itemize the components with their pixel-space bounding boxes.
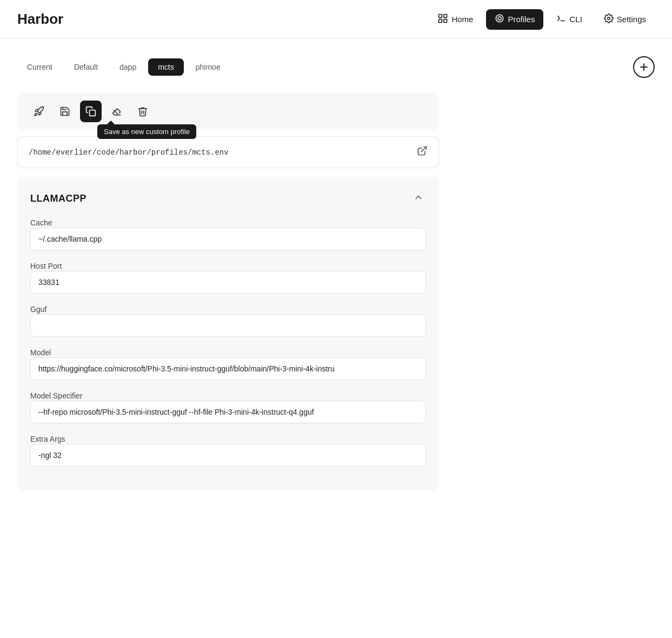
extra-args-label: Extra Args (30, 435, 65, 443)
copy-button[interactable] (80, 101, 102, 122)
nav-profiles-label: Profiles (508, 15, 535, 24)
model-label: Model (30, 348, 51, 357)
clear-button[interactable] (106, 101, 128, 122)
host-port-field: Host Port (30, 261, 426, 294)
profiles-icon (495, 14, 504, 25)
nav-cli-label: CLI (569, 15, 582, 24)
add-profile-button[interactable] (633, 56, 655, 78)
tab-dapp[interactable]: dapp (110, 58, 146, 76)
filepath-text: /home/everlier/code/harbor/profiles/mcts… (29, 148, 229, 157)
copy-tooltip: Save as new custom profile (97, 124, 196, 139)
nav-settings-label: Settings (617, 15, 646, 24)
tab-phimoe[interactable]: phimoe (186, 58, 230, 76)
collapse-button[interactable] (411, 190, 426, 207)
svg-rect-3 (444, 19, 447, 22)
tab-current[interactable]: Current (17, 58, 62, 76)
toolbar: Save as new custom profile (17, 93, 439, 130)
llamacpp-section: LLAMACPP Cache Host Port Gguf (17, 177, 439, 490)
cache-label: Cache (30, 218, 52, 227)
section-header: LLAMACPP (30, 190, 426, 207)
svg-line-11 (421, 147, 426, 152)
copy-icon (85, 106, 96, 117)
save-button[interactable] (54, 101, 76, 122)
profile-container: Save as new custom profile /home/everlie… (17, 93, 439, 490)
nav: Home Profiles CLI Settings (429, 9, 655, 30)
settings-icon (604, 14, 614, 25)
home-icon (437, 13, 448, 26)
svg-rect-0 (439, 14, 442, 17)
trash-icon (137, 106, 148, 117)
model-specifier-field: Model Specifier (30, 391, 426, 423)
svg-point-7 (608, 17, 610, 19)
cache-input[interactable] (30, 228, 426, 250)
rocket-icon (34, 106, 44, 117)
nav-settings[interactable]: Settings (595, 9, 655, 30)
logo: Harbor (17, 11, 429, 28)
tab-default[interactable]: Default (64, 58, 108, 76)
host-port-label: Host Port (30, 262, 62, 270)
svg-rect-1 (444, 14, 447, 17)
deploy-button[interactable] (28, 101, 50, 122)
gguf-input[interactable] (30, 314, 426, 337)
gguf-label: Gguf (30, 305, 46, 314)
section-title: LLAMACPP (30, 193, 87, 204)
eraser-icon (111, 106, 122, 117)
svg-rect-2 (439, 19, 442, 22)
model-specifier-input[interactable] (30, 401, 426, 423)
filepath-row: /home/everlier/code/harbor/profiles/mcts… (17, 136, 439, 168)
svg-point-5 (498, 17, 501, 20)
header: Harbor Home Profiles CLI S (0, 0, 672, 39)
tab-mcts[interactable]: mcts (148, 58, 184, 76)
host-port-input[interactable] (30, 271, 426, 294)
svg-point-4 (496, 15, 504, 22)
svg-rect-10 (90, 110, 96, 116)
nav-cli[interactable]: CLI (548, 9, 590, 30)
cli-icon (556, 14, 566, 25)
nav-home[interactable]: Home (429, 9, 482, 30)
extra-args-field: Extra Args (30, 434, 426, 467)
delete-button[interactable] (132, 101, 154, 122)
model-field: Model (30, 348, 426, 380)
external-link-icon[interactable] (417, 145, 428, 159)
main-content: Current Default dapp mcts phimoe (0, 39, 672, 516)
nav-profiles[interactable]: Profiles (486, 9, 543, 30)
nav-home-label: Home (451, 15, 473, 24)
cache-field: Cache (30, 218, 426, 250)
gguf-field: Gguf (30, 304, 426, 337)
save-icon (59, 106, 70, 117)
tabs-row: Current Default dapp mcts phimoe (17, 56, 655, 78)
model-specifier-label: Model Specifier (30, 391, 83, 400)
model-input[interactable] (30, 357, 426, 380)
extra-args-input[interactable] (30, 444, 426, 467)
